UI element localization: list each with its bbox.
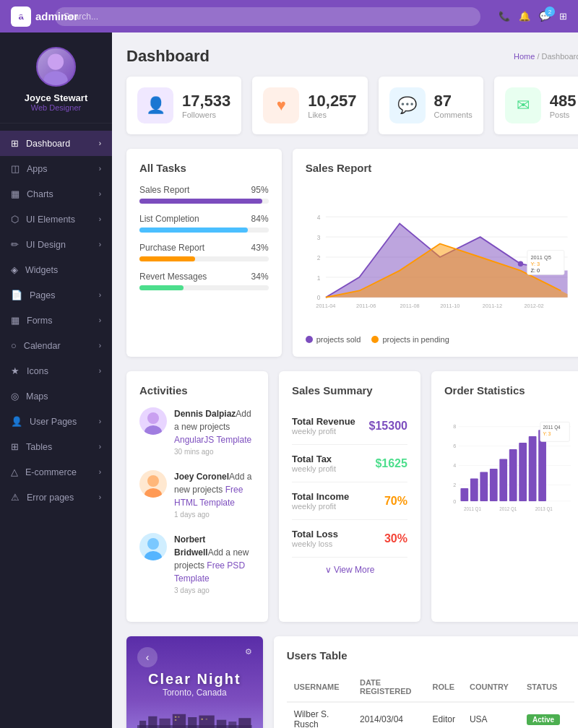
svg-rect-58 <box>173 714 186 728</box>
svg-rect-60 <box>199 716 214 728</box>
users-table-body: Wilber S. Rusch 2014/03/04 Editor USA Ac… <box>287 702 574 728</box>
sidebar-item-label: Charts <box>27 189 53 199</box>
ecommerce-icon: △ <box>11 467 18 477</box>
revenue-sublabel: weekly profit <box>292 427 355 436</box>
followers-value: 17,533 <box>182 92 230 110</box>
svg-rect-42 <box>490 469 498 501</box>
sidebar-item-label: Icons <box>27 366 48 376</box>
svg-text:2011-06: 2011-06 <box>356 303 376 309</box>
svg-rect-61 <box>217 720 226 728</box>
svg-text:4: 4 <box>316 214 320 221</box>
settings-icon[interactable]: ⚙ <box>245 647 252 656</box>
activity-time-2: 1 days ago <box>174 509 255 520</box>
weather-center: Clear Night Toronto, Canada <box>137 671 252 728</box>
grid-icon-wrap[interactable]: ⊞ <box>559 11 567 22</box>
summary-loss: Total Loss weekly loss 30% <box>292 520 407 558</box>
topbar: a adminor ☰ 📞 🔔 💬 2 ⊞ <box>0 0 578 32</box>
income-label: Total Income <box>292 491 349 502</box>
svg-rect-66 <box>175 719 176 721</box>
revenue-label: Total Revenue <box>292 416 355 427</box>
sidebar-item-label: Dashboard <box>26 139 70 149</box>
sidebar-item-ui-design[interactable]: ✏UI Design › <box>0 232 112 257</box>
svg-text:Y: 3: Y: 3 <box>543 431 551 436</box>
error-pages-icon: ⚠ <box>11 492 20 503</box>
likes-label: Likes <box>308 110 356 119</box>
maps-icon: ◎ <box>11 391 19 402</box>
svg-text:2: 2 <box>316 254 320 261</box>
tax-label: Total Tax <box>292 454 336 464</box>
activity-avatar-3 <box>139 533 167 560</box>
sales-report-card: Sales Report 4 3 2 1 0 <box>293 149 578 357</box>
sidebar-nav: ⊞Dashboard › ◫Apps › ▦Charts › ⬡UI Eleme… <box>0 124 112 728</box>
svg-rect-65 <box>178 716 179 718</box>
arrow-icon: › <box>99 342 101 350</box>
sidebar-item-maps[interactable]: ◎Maps <box>0 384 112 409</box>
cell-status: Active <box>519 702 574 728</box>
task-percent: 34% <box>251 272 269 282</box>
svg-point-12 <box>517 261 522 266</box>
activity-link-1[interactable]: AngularJS Template <box>174 435 251 445</box>
search-input[interactable] <box>55 7 480 26</box>
activity-link-3[interactable]: Free PSD Template <box>174 560 245 584</box>
task-item-purchase: Purchase Report 43% <box>139 243 269 261</box>
sidebar-item-charts[interactable]: ▦Charts › <box>0 181 112 207</box>
sidebar-item-label: Widgets <box>25 265 58 275</box>
svg-rect-40 <box>470 478 478 500</box>
comments-value: 87 <box>434 92 473 110</box>
sidebar-item-calendar[interactable]: ○Calendar › <box>0 333 112 358</box>
stats-row: 👤 17,533 Followers ♥ 10,257 Likes 💬 <box>126 77 578 134</box>
activities-title: Activities <box>139 384 255 396</box>
sidebar-item-icons[interactable]: ★Icons › <box>0 358 112 384</box>
sidebar-item-pages[interactable]: 📄Pages › <box>0 282 112 308</box>
svg-text:0: 0 <box>453 499 456 505</box>
arrow-icon: › <box>99 417 101 425</box>
chart-legend: projects sold projects in pending <box>306 335 574 344</box>
breadcrumb-home[interactable]: Home <box>514 52 535 61</box>
activity-content-1: Dennis DalpiazAdd a new projects Angular… <box>174 407 255 457</box>
activity-link-2[interactable]: Free HTML Template <box>174 485 243 508</box>
col-username: USERNAME <box>287 672 353 702</box>
col-country: COUNTRY <box>462 672 519 702</box>
loss-sublabel: weekly loss <box>292 540 338 548</box>
ui-design-icon: ✏ <box>11 239 19 250</box>
task-bar <box>139 228 248 233</box>
summary-revenue: Total Revenue weekly profit $15300 <box>292 407 407 445</box>
dashboard-icon: ⊞ <box>11 138 19 149</box>
sidebar-item-ui-elements[interactable]: ⬡UI Elements › <box>0 207 112 232</box>
grid-icon: ⊞ <box>559 11 567 22</box>
weather-prev-button[interactable]: ‹ <box>137 647 158 667</box>
stat-info: 17,533 Followers <box>182 92 230 119</box>
sidebar-item-tables[interactable]: ⊞Tables › <box>0 434 112 459</box>
sidebar-item-widgets[interactable]: ◈Widgets <box>0 257 112 282</box>
summary-income: Total Income weekly profit 70% <box>292 482 407 520</box>
tax-value: $1625 <box>375 457 407 470</box>
sales-view-more[interactable]: ∨ View More <box>292 565 407 575</box>
sidebar-user-role: Web Designer <box>31 103 82 112</box>
sales-chart: 4 3 2 1 0 2011 Q5 <box>306 185 574 329</box>
svg-text:Y: 3: Y: 3 <box>530 261 540 267</box>
sidebar-item-dashboard[interactable]: ⊞Dashboard › <box>0 131 112 156</box>
tax-sublabel: weekly profit <box>292 464 336 473</box>
revenue-value: $15300 <box>369 420 407 433</box>
sidebar-item-ecommerce[interactable]: △E-commerce › <box>0 459 112 485</box>
bell-icon-wrap[interactable]: 🔔 <box>519 11 530 22</box>
col-date: DATE REGISTERED <box>353 672 426 702</box>
sidebar-item-apps[interactable]: ◫Apps › <box>0 156 112 181</box>
sidebar-item-forms[interactable]: ▦Forms › <box>0 308 112 333</box>
sidebar-item-user-pages[interactable]: 👤User Pages › <box>0 409 112 434</box>
svg-text:2011-04: 2011-04 <box>316 303 335 309</box>
svg-text:6: 6 <box>453 443 456 449</box>
sales-report-title: Sales Report <box>306 162 574 174</box>
activity-name-1: Dennis Dalpiaz <box>174 409 236 419</box>
hamburger-icon[interactable]: ☰ <box>18 9 30 25</box>
svg-point-28 <box>144 551 162 560</box>
order-statistics-card: Order Statistics 8 6 4 2 0 <box>431 371 578 622</box>
chat-icon-wrap[interactable]: 💬 2 <box>539 11 551 22</box>
apps-icon: ◫ <box>11 163 20 174</box>
activity-time-3: 3 days ago <box>174 585 255 596</box>
sidebar-profile: Joyce Stewart Web Designer <box>0 32 112 124</box>
sidebar-item-error-pages[interactable]: ⚠Error pages › <box>0 485 112 510</box>
svg-rect-55 <box>139 721 146 728</box>
row-tasks-sales: All Tasks Sales Report 95% List Completi… <box>126 149 578 357</box>
phone-icon-wrap[interactable]: 📞 <box>499 11 510 22</box>
